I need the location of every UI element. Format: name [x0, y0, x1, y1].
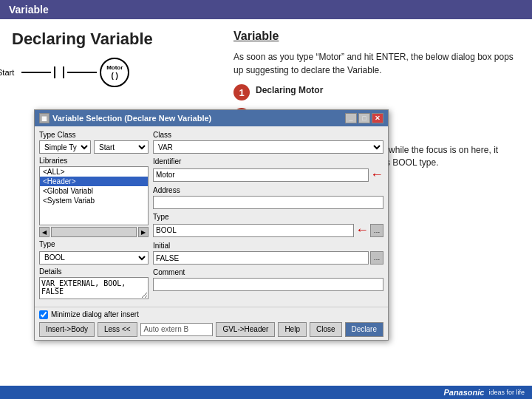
- minimize-btn[interactable]: _: [345, 113, 357, 123]
- identifier-label: Identifier: [153, 157, 383, 166]
- main-content: Declaring Variable Start Motor ( ) ▦ Va: [0, 19, 532, 399]
- address-row: [153, 196, 383, 209]
- dialog-bottom: Minimize dialog after insert Insert->Bod…: [35, 307, 388, 340]
- top-bar: Variable: [0, 0, 532, 19]
- details-label: Details: [39, 267, 149, 276]
- comment-group: Comment: [153, 268, 383, 291]
- identifier-input[interactable]: [153, 168, 369, 182]
- type-arrow: ←: [355, 222, 369, 238]
- identifier-arrow: ←: [370, 167, 383, 183]
- dialog-title: Variable Selection (Declare New Variable…: [52, 114, 211, 123]
- address-input[interactable]: [153, 196, 383, 209]
- ladder-contact: [54, 66, 64, 78]
- start-label: Start: [0, 68, 14, 77]
- gvl-header-btn[interactable]: GVL->Header: [216, 322, 275, 337]
- initial-label: Initial: [153, 242, 383, 250]
- lib-item-header[interactable]: <Header>: [40, 177, 148, 186]
- initial-browse-btn[interactable]: …: [370, 251, 383, 265]
- class-select[interactable]: VAR: [153, 140, 383, 154]
- ladder-line-right: [67, 72, 97, 73]
- libraries-label: Libraries: [39, 157, 149, 165]
- initial-input[interactable]: [153, 251, 369, 265]
- close-dialog-btn[interactable]: Close: [310, 322, 342, 337]
- annotation-1-num: 1: [233, 84, 250, 100]
- dialog-titlebar-left: ▦ Variable Selection (Declare New Variab…: [39, 113, 211, 123]
- insert-body-btn[interactable]: Insert->Body: [39, 322, 95, 337]
- dialog-icon: ▦: [39, 113, 50, 123]
- scroll-left-btn[interactable]: ◀: [39, 227, 50, 237]
- brand-tagline: ideas for life: [488, 389, 525, 396]
- address-label: Address: [153, 186, 383, 194]
- type-section-select[interactable]: BOOL: [39, 251, 149, 265]
- type-label: Type: [153, 213, 383, 221]
- button-row: Insert->Body Less << Auto extern B GVL->…: [39, 322, 383, 337]
- dialog-variable-selection: ▦ Variable Selection (Declare New Variab…: [34, 109, 389, 341]
- type-group: Type ← …: [153, 213, 383, 238]
- right-panel-title: Variable: [233, 30, 520, 43]
- initial-group: Initial …: [153, 242, 383, 265]
- type-class-row: Simple Type Start: [39, 140, 149, 154]
- class-label: Class: [153, 131, 383, 139]
- bottom-bar: Panasonic ideas for life: [0, 386, 532, 399]
- motor-coil: Motor ( ): [100, 58, 129, 87]
- identifier-group: Identifier ←: [153, 157, 383, 183]
- close-window-btn[interactable]: ✕: [372, 113, 383, 123]
- motor-symbol: ( ): [112, 72, 118, 80]
- scroll-right-btn[interactable]: ▶: [138, 227, 149, 237]
- scrollbar-area[interactable]: ◀ ▶: [39, 227, 149, 237]
- left-panel: Declaring Variable Start Motor ( ) ▦ Va: [0, 19, 222, 399]
- right-panel-description: As soon as you type “Motor” and hit ENTE…: [233, 50, 520, 77]
- minimize-checkbox[interactable]: [39, 310, 48, 319]
- type-section-label: Type: [39, 240, 149, 248]
- minimize-label: Minimize dialog after insert: [51, 310, 139, 318]
- dialog-left-col: Type Class Simple Type Start Libraries <…: [39, 131, 149, 302]
- type-section: Type BOOL: [39, 240, 149, 265]
- auto-extern-box: Auto extern B: [140, 323, 214, 336]
- less-btn[interactable]: Less <<: [98, 322, 137, 337]
- lib-item-system[interactable]: <System Variab: [40, 196, 148, 205]
- lib-item-all[interactable]: <ALL>: [40, 167, 148, 177]
- declare-btn[interactable]: Declare: [345, 322, 383, 337]
- ladder-line-left: [21, 72, 51, 73]
- annotation-1-text: Declaring Motor: [256, 84, 323, 97]
- contact-line-right: [63, 66, 64, 78]
- page-heading: Declaring Variable: [12, 30, 210, 49]
- type-class-select[interactable]: Simple Type: [39, 140, 91, 154]
- comment-row: [153, 278, 383, 291]
- type-class-label: Type Class: [39, 131, 149, 139]
- dialog-titlebar: ▦ Variable Selection (Declare New Variab…: [35, 110, 388, 126]
- type-input[interactable]: [153, 224, 354, 237]
- maximize-btn[interactable]: □: [358, 113, 370, 123]
- dialog-body: Type Class Simple Type Start Libraries <…: [35, 126, 388, 307]
- ladder-diagram: Start Motor ( ): [12, 58, 210, 87]
- initial-row: …: [153, 251, 383, 265]
- identifier-row: ←: [153, 167, 383, 183]
- brand-logo: Panasonic: [443, 388, 484, 397]
- variable-select[interactable]: Start: [94, 140, 149, 154]
- lib-item-global[interactable]: <Global Variabl: [40, 186, 148, 196]
- comment-label: Comment: [153, 268, 383, 276]
- comment-input[interactable]: [153, 278, 383, 291]
- contact-line-left: [54, 66, 55, 78]
- details-box[interactable]: VAR_EXTERNAL, BOOL, FALSE: [39, 277, 149, 299]
- class-group: Class VAR: [153, 131, 383, 154]
- scroll-track[interactable]: [51, 227, 137, 237]
- annotation-1-title: Declaring Motor: [256, 85, 323, 95]
- dialog-right-col: Class VAR Identifier ←: [153, 131, 383, 302]
- help-btn[interactable]: Help: [278, 322, 307, 337]
- dialog-controls[interactable]: _ □ ✕: [345, 113, 383, 123]
- annotation-1: 1 Declaring Motor: [233, 84, 520, 100]
- top-bar-title: Variable: [9, 4, 49, 16]
- type-browse-btn[interactable]: …: [370, 224, 383, 237]
- libraries-list[interactable]: <ALL> <Header> <Global Variabl <System V…: [39, 166, 149, 225]
- class-row: VAR: [153, 140, 383, 154]
- address-group: Address: [153, 186, 383, 209]
- type-row: ← …: [153, 222, 383, 238]
- minimize-checkbox-row: Minimize dialog after insert: [39, 310, 383, 319]
- motor-label: Motor: [106, 65, 123, 72]
